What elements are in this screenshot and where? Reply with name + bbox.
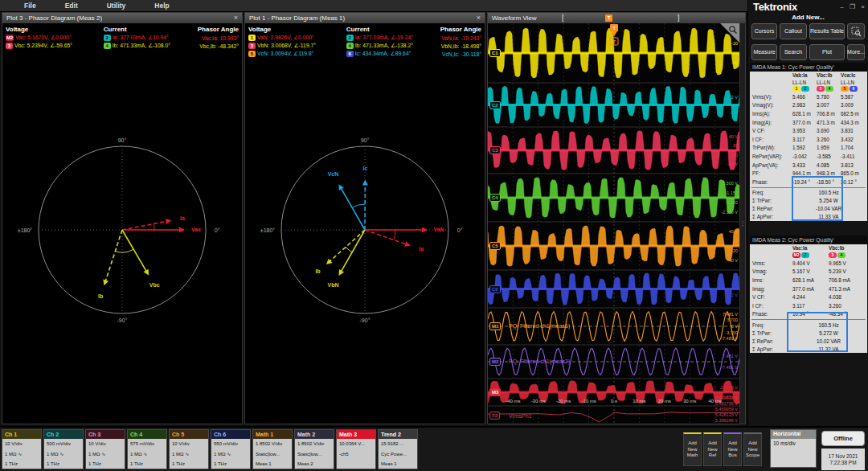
decorative [166, 219, 172, 224]
lane-badge-c3[interactable]: C3 [489, 146, 501, 154]
plot1-close-icon[interactable]: × [477, 14, 481, 22]
channel-badge-title: Math 1 [253, 430, 292, 439]
decorative: Ia [419, 246, 424, 252]
voltage-reading: VcN: 3.0094V, ∠119.8° [257, 51, 313, 57]
channel-setting: 10 V/div [2, 439, 41, 449]
decorative: 1.150 [727, 190, 738, 195]
source-badge-pair: 56 [841, 86, 865, 92]
decorative: Σ ApPwr: [752, 214, 792, 219]
decorative: 3VbN: 3.0068V, ∠-119.7° [248, 43, 346, 49]
channel-badge-trend-2[interactable]: Trend 215.9182 ...Cyc Powe...Meas 1 [378, 429, 418, 469]
channel-setting [337, 459, 375, 469]
decorative: New [704, 447, 721, 453]
add-new-bus-button[interactable]: AddNewBus [723, 432, 742, 466]
horizontal-badge[interactable]: Horizontal 10 ms/div [770, 429, 817, 468]
voltage-reading: VaN: 2.9826V, ∠0.000° [257, 35, 314, 41]
decorative: Σ RePwr: [752, 206, 792, 211]
meas-value: 3.433 [792, 162, 817, 168]
decorative: Ib [315, 268, 320, 274]
source-badge: 6 [346, 51, 354, 57]
menu-edit[interactable]: Edit [65, 2, 78, 10]
decorative [362, 180, 368, 186]
menu-file[interactable]: File [24, 2, 36, 10]
decorative: PQ: Filtered ch1(meas2) [509, 358, 570, 365]
decorative: I CF: [752, 303, 792, 309]
lane-badge-m3[interactable]: M3 [489, 388, 501, 396]
decorative: 40 ms [708, 399, 721, 403]
add-new-math-button[interactable]: AddNewMath [683, 432, 702, 466]
restore-icon[interactable]: ❐ [847, 3, 858, 10]
channel-badge-ch-4[interactable]: Ch 4575 mV/div1 MΩ ∿1 THz [127, 429, 167, 469]
lane-badge-c2[interactable]: C2 [489, 101, 501, 109]
results-table-button[interactable]: Results Table [809, 23, 845, 39]
offline-button[interactable]: Offline [821, 431, 865, 446]
decorative: 3.700 [727, 317, 738, 322]
waveform-scrollbar[interactable]: ⋮ [739, 23, 745, 424]
search-button[interactable]: Search [780, 44, 807, 60]
decorative: New [684, 447, 701, 453]
more-button[interactable]: More... [847, 44, 865, 60]
add-new-scope-button[interactable]: AddNewScope [743, 432, 762, 466]
decorative: Vrms: [752, 260, 792, 266]
meas-value: 471.3 mA [829, 286, 865, 292]
plot1-title-bar: Plot 1 - Phasor Diagram (Meas 1) × [245, 13, 485, 23]
waveform-title: Waveform View [492, 14, 537, 22]
waveform-plot-area[interactable]: -20-402 V-2 V40 V20-20-40 V2.300 V1.150-… [488, 23, 739, 424]
channel-badge-ch-3[interactable]: Ch 310 V/div1 MΩ ∿1 THz [85, 429, 125, 469]
channel-badge-math-3[interactable]: Math 310.0364 V...-ch5 [336, 429, 376, 469]
decorative: Imag(A): [752, 120, 792, 125]
date-value: 17 Nov 2021 [821, 453, 865, 459]
cursors-button[interactable]: Cursors [751, 23, 777, 39]
lane-badge-t2[interactable]: T2 [489, 412, 500, 420]
meas-value: 5.780 [817, 94, 841, 100]
meas-value: -3.585 [817, 154, 841, 159]
lane-badge-c1[interactable]: C1 [489, 49, 501, 57]
meas-value: 1.704 [841, 145, 865, 150]
channel-setting: 1 THz [170, 459, 208, 469]
channel-badge-ch-1[interactable]: Ch 110 V/div1 MΩ ∿1 THz [2, 429, 42, 469]
lane-badge-m2[interactable]: M2 [489, 358, 501, 366]
channel-badge-ch-6[interactable]: Ch 6550 mV/div1 MΩ ∿1 THz [211, 429, 251, 469]
decorative: 20 ms [658, 399, 671, 403]
zoom-grid-button[interactable] [847, 23, 865, 39]
lane-badge-c6[interactable]: C6 [489, 285, 501, 293]
decorative: 2 [801, 252, 809, 258]
phasor-angle-reading: VcN,Ic: -30.118° [426, 51, 481, 57]
decorative: 4Ib: 471.33mA, ∠-108.0° [104, 43, 183, 49]
channel-badge-ch-5[interactable]: Ch 510 V/div1 MΩ ∿1 THz [169, 429, 209, 469]
menu-help[interactable]: Help [154, 2, 169, 10]
trigger-position-icon[interactable]: T [605, 14, 612, 22]
decorative: 3 [817, 86, 825, 92]
lane-badge-c5[interactable]: C5 [489, 242, 501, 250]
channel-badge-math-1[interactable]: Math 11.8502 V/divStatic[low...Meas 1 [252, 429, 293, 469]
decorative: 20.148 V [720, 385, 738, 390]
minimize-icon[interactable]: – [837, 3, 847, 10]
channel-setting: 500 mV/div [44, 439, 83, 449]
decorative: 3 [829, 252, 837, 258]
column-header: Phasor Angle [426, 26, 481, 33]
decorative [365, 230, 407, 245]
sidebar-button-row-1: CursorsCalloutResults Table [748, 21, 868, 42]
decorative: -7.481 V [721, 365, 738, 370]
add-new-ref-button[interactable]: AddNewRef [703, 432, 722, 466]
lane-badge-m1[interactable]: M1 [489, 322, 501, 330]
close-icon[interactable]: × [858, 3, 868, 10]
decorative: Imag: [752, 286, 792, 292]
callout-button[interactable]: Callout [780, 23, 807, 39]
lane-badge-c4[interactable]: C4 [489, 194, 501, 202]
channel-badge-math-2[interactable]: Math 21.8502 V/divStatic[low...Meas 2 [294, 429, 334, 469]
decorative: 40 V [729, 229, 739, 234]
plot3-close-icon[interactable]: × [234, 14, 238, 22]
decorative: 5VcN: 3.0094V, ∠119.8° [248, 51, 346, 57]
decorative: Phase: [752, 311, 792, 317]
decorative: V CF: [752, 294, 792, 300]
meas-value: 9.404 V [792, 260, 829, 266]
meas-value: 5.167 V [792, 268, 829, 274]
plot-button[interactable]: Plot [809, 44, 845, 60]
channel-badge-ch-2[interactable]: Ch 2500 mV/div1 MΩ ∿1 THz [43, 429, 84, 469]
meas-summary-value: 5.254 W [792, 198, 865, 203]
measure-button[interactable]: Measure [751, 44, 777, 60]
meas-value: 706.8 mA [829, 277, 865, 283]
phasor-angle-reading: Vac,Ia: 10.943° [183, 35, 239, 41]
menu-utility[interactable]: Utility [107, 2, 126, 10]
